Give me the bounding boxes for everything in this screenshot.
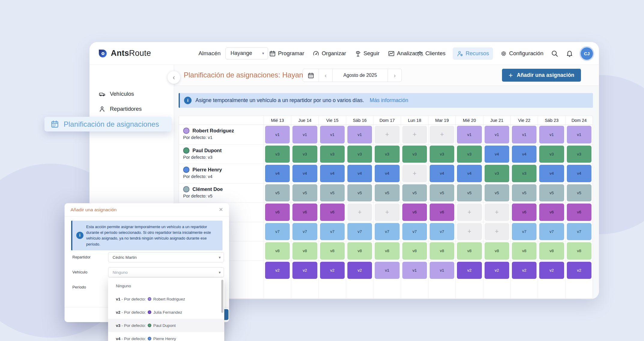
assignment-cell[interactable]: v7 [401, 222, 428, 241]
empty-assignment-cell[interactable] [373, 280, 401, 298]
dropdown-scrollbar[interactable] [221, 280, 223, 313]
assignment-cell[interactable]: v4 [319, 164, 346, 183]
assignment-cell[interactable]: v1 [483, 125, 510, 144]
assignment-cell[interactable]: v1 [538, 125, 565, 144]
empty-assignment-cell[interactable] [291, 280, 318, 298]
assignment-cell[interactable]: v2 [455, 261, 483, 280]
nav-item-programar[interactable]: Programar [269, 50, 304, 57]
assignment-cell[interactable]: v4 [510, 145, 538, 164]
assignment-cell[interactable]: v5 [401, 183, 428, 203]
empty-assignment-cell[interactable]: + [373, 125, 401, 144]
empty-assignment-cell[interactable]: + [401, 164, 428, 183]
assignment-cell[interactable]: v7 [510, 222, 538, 241]
assignment-cell[interactable]: v5 [291, 183, 318, 203]
assignment-cell[interactable]: v8 [565, 241, 593, 261]
empty-assignment-cell[interactable] [510, 280, 538, 298]
next-period-button[interactable]: › [388, 69, 401, 82]
assignment-cell[interactable]: v2 [291, 261, 318, 280]
assignment-cell[interactable]: v5 [373, 183, 401, 203]
assignment-cell[interactable]: v5 [455, 183, 483, 203]
assignment-cell[interactable]: v4 [346, 164, 373, 183]
assignment-cell[interactable]: v1 [565, 125, 593, 144]
assignment-cell[interactable]: v2 [510, 261, 538, 280]
more-info-link[interactable]: Más información [370, 97, 408, 104]
assignment-cell[interactable]: v5 [346, 183, 373, 203]
assignment-cell[interactable]: v1 [401, 261, 428, 280]
assignment-cell[interactable]: v1 [510, 125, 538, 144]
vehicle-option[interactable]: v4 - Por defecto: Pierre Henry [108, 332, 224, 341]
assignment-cell[interactable]: v8 [373, 241, 401, 261]
notifications-button[interactable] [566, 50, 573, 57]
assignment-cell[interactable]: v3 [291, 145, 318, 164]
assignment-cell[interactable]: v3 [483, 164, 510, 183]
assignment-cell[interactable]: v5 [483, 183, 510, 203]
empty-assignment-cell[interactable]: + [455, 203, 483, 222]
assignment-cell[interactable]: v4 [455, 164, 483, 183]
nav-item-clientes[interactable]: Clientes [416, 50, 446, 57]
assignment-cell[interactable]: v4 [483, 145, 510, 164]
assignment-cell[interactable]: v4 [428, 164, 455, 183]
assignment-cell[interactable]: v7 [291, 222, 318, 241]
assignment-cell[interactable]: v1 [373, 261, 401, 280]
empty-assignment-cell[interactable]: + [483, 222, 510, 241]
sidebar-item-repartidores[interactable]: Repartidores [89, 101, 174, 116]
assignment-cell[interactable]: v7 [264, 222, 291, 241]
assignment-cell[interactable]: v8 [538, 241, 565, 261]
assignment-cell[interactable]: v6 [264, 203, 291, 222]
empty-assignment-cell[interactable] [319, 280, 346, 298]
assignment-cell[interactable]: v6 [401, 203, 428, 222]
assignment-cell[interactable]: v3 [346, 145, 373, 164]
assignment-cell[interactable]: v6 [538, 203, 565, 222]
assignment-cell[interactable]: v1 [346, 125, 373, 144]
assignment-cell[interactable]: v1 [264, 125, 291, 144]
search-button[interactable] [551, 50, 558, 57]
vehiculo-select[interactable]: Ninguno ▾ [108, 267, 224, 277]
assignment-cell[interactable]: v8 [428, 241, 455, 261]
assignment-cell[interactable]: v2 [483, 261, 510, 280]
empty-assignment-cell[interactable] [346, 280, 373, 298]
assignment-cell[interactable]: v8 [346, 241, 373, 261]
empty-assignment-cell[interactable] [565, 280, 593, 298]
assignment-cell[interactable]: v7 [538, 222, 565, 241]
assignment-cell[interactable]: v3 [510, 164, 538, 183]
nav-item-seguir[interactable]: Seguir [355, 50, 379, 57]
assignment-cell[interactable]: v5 [319, 183, 346, 203]
assignment-cell[interactable]: v3 [565, 145, 593, 164]
close-icon[interactable]: ✕ [219, 207, 223, 213]
vehicle-option[interactable]: v2 - Por defecto: Julia Fernandez [108, 306, 224, 319]
assignment-cell[interactable]: v4 [264, 164, 291, 183]
empty-assignment-cell[interactable]: + [346, 203, 373, 222]
empty-assignment-cell[interactable] [538, 280, 565, 298]
repartidor-select[interactable]: Cédric Martin ▾ [108, 252, 224, 262]
assignment-cell[interactable]: v8 [510, 241, 538, 261]
empty-assignment-cell[interactable] [264, 280, 291, 298]
nav-item-recursos[interactable]: Recursos [453, 47, 493, 60]
empty-assignment-cell[interactable]: + [373, 203, 401, 222]
assignment-cell[interactable]: v6 [565, 203, 593, 222]
assignment-cell[interactable]: v7 [319, 222, 346, 241]
assignment-cell[interactable]: v3 [319, 145, 346, 164]
antsroute-logo[interactable]: AntsRoute [97, 48, 151, 59]
assignment-cell[interactable]: v3 [373, 145, 401, 164]
assignment-cell[interactable]: v5 [264, 183, 291, 203]
assignment-cell[interactable]: v1 [291, 125, 318, 144]
empty-assignment-cell[interactable] [455, 280, 483, 298]
assignment-cell[interactable]: v3 [538, 145, 565, 164]
empty-assignment-cell[interactable]: + [455, 222, 483, 241]
assignment-cell[interactable]: v8 [401, 241, 428, 261]
sidebar-item-assignment-planning-highlight[interactable]: Planificación de asignaciones [44, 117, 172, 131]
assignment-cell[interactable]: v2 [319, 261, 346, 280]
assignment-cell[interactable]: v2 [264, 261, 291, 280]
assignment-cell[interactable]: v4 [373, 164, 401, 183]
assignment-cell[interactable]: v7 [565, 222, 593, 241]
assignment-cell[interactable]: v7 [428, 222, 455, 241]
assignment-cell[interactable]: v1 [455, 125, 483, 144]
vehicle-option[interactable]: v1 - Por defecto: Robert Rodriguez [108, 292, 224, 306]
assignment-cell[interactable]: v5 [510, 183, 538, 203]
sidebar-item-vehiculos[interactable]: Vehículos [89, 86, 174, 101]
assignment-cell[interactable]: v4 [565, 164, 593, 183]
vehicle-option[interactable]: v3 - Por defecto: Paul Dupont [108, 319, 224, 332]
nav-item-organizar[interactable]: Organizar [313, 50, 346, 57]
add-assignment-button[interactable]: + Añadir una asignación [502, 69, 581, 82]
assignment-cell[interactable]: v3 [428, 145, 455, 164]
